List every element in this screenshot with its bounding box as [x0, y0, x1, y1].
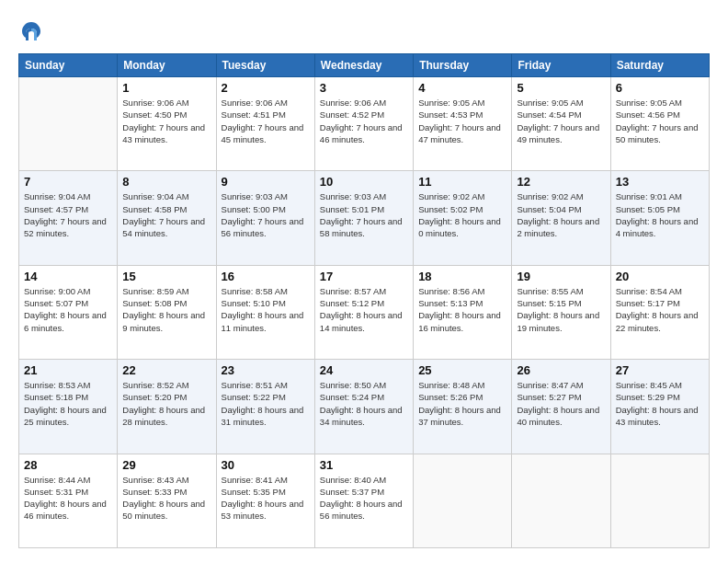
- day-number: 25: [418, 363, 506, 377]
- day-number: 3: [320, 81, 408, 95]
- day-cell: 11Sunrise: 9:02 AMSunset: 5:02 PMDayligh…: [414, 171, 512, 265]
- day-info: Sunrise: 8:44 AMSunset: 5:31 PMDaylight:…: [24, 474, 112, 523]
- day-cell: 4Sunrise: 9:05 AMSunset: 4:53 PMDaylight…: [414, 77, 512, 171]
- day-cell: 23Sunrise: 8:51 AMSunset: 5:22 PMDayligh…: [216, 360, 314, 454]
- day-number: 30: [222, 458, 310, 472]
- day-info: Sunrise: 8:50 AMSunset: 5:24 PMDaylight:…: [320, 379, 408, 428]
- day-cell: 28Sunrise: 8:44 AMSunset: 5:31 PMDayligh…: [19, 454, 118, 547]
- day-header-tuesday: Tuesday: [216, 54, 314, 77]
- day-cell: 18Sunrise: 8:56 AMSunset: 5:13 PMDayligh…: [414, 265, 512, 359]
- day-number: 29: [122, 458, 210, 472]
- day-header-monday: Monday: [118, 54, 216, 77]
- day-cell: 27Sunrise: 8:45 AMSunset: 5:29 PMDayligh…: [610, 360, 709, 454]
- day-number: 10: [320, 175, 408, 189]
- day-number: 27: [616, 363, 704, 377]
- day-number: 1: [122, 81, 210, 95]
- page: SundayMondayTuesdayWednesdayThursdayFrid…: [0, 0, 728, 563]
- day-number: 17: [320, 270, 408, 283]
- header-row: SundayMondayTuesdayWednesdayThursdayFrid…: [19, 54, 710, 77]
- logo-icon: [18, 18, 44, 44]
- calendar-table: SundayMondayTuesdayWednesdayThursdayFrid…: [18, 53, 710, 548]
- day-cell: 17Sunrise: 8:57 AMSunset: 5:12 PMDayligh…: [314, 265, 413, 359]
- day-info: Sunrise: 9:06 AMSunset: 4:51 PMDaylight:…: [222, 97, 310, 145]
- day-header-saturday: Saturday: [610, 54, 709, 77]
- day-cell: 1Sunrise: 9:06 AMSunset: 4:50 PMDaylight…: [118, 77, 216, 171]
- day-info: Sunrise: 9:05 AMSunset: 4:54 PMDaylight:…: [517, 97, 605, 145]
- day-cell: 3Sunrise: 9:06 AMSunset: 4:52 PMDaylight…: [314, 77, 413, 171]
- day-cell: 19Sunrise: 8:55 AMSunset: 5:15 PMDayligh…: [512, 265, 610, 359]
- day-cell: 24Sunrise: 8:50 AMSunset: 5:24 PMDayligh…: [314, 360, 413, 454]
- logo: [18, 18, 48, 44]
- day-info: Sunrise: 8:56 AMSunset: 5:13 PMDaylight:…: [418, 285, 506, 334]
- day-info: Sunrise: 8:53 AMSunset: 5:18 PMDaylight:…: [24, 379, 112, 428]
- day-cell: 5Sunrise: 9:05 AMSunset: 4:54 PMDaylight…: [512, 77, 610, 171]
- day-header-friday: Friday: [512, 54, 610, 77]
- day-cell: [414, 454, 512, 547]
- day-number: 23: [222, 363, 310, 377]
- day-cell: 7Sunrise: 9:04 AMSunset: 4:57 PMDaylight…: [19, 171, 118, 265]
- day-number: 14: [24, 270, 112, 283]
- day-number: 9: [222, 175, 310, 189]
- day-info: Sunrise: 8:41 AMSunset: 5:35 PMDaylight:…: [222, 474, 310, 523]
- day-number: 15: [122, 270, 210, 283]
- day-cell: 8Sunrise: 9:04 AMSunset: 4:58 PMDaylight…: [118, 171, 216, 265]
- day-number: 19: [517, 270, 605, 283]
- day-header-wednesday: Wednesday: [314, 54, 413, 77]
- day-cell: [610, 454, 709, 547]
- day-number: 18: [418, 270, 506, 283]
- day-number: 24: [320, 363, 408, 377]
- day-header-thursday: Thursday: [414, 54, 512, 77]
- day-cell: 31Sunrise: 8:40 AMSunset: 5:37 PMDayligh…: [314, 454, 413, 547]
- week-row-2: 7Sunrise: 9:04 AMSunset: 4:57 PMDaylight…: [19, 171, 710, 265]
- day-info: Sunrise: 8:43 AMSunset: 5:33 PMDaylight:…: [122, 474, 210, 523]
- day-number: 5: [517, 81, 605, 95]
- day-cell: 26Sunrise: 8:47 AMSunset: 5:27 PMDayligh…: [512, 360, 610, 454]
- week-row-5: 28Sunrise: 8:44 AMSunset: 5:31 PMDayligh…: [19, 454, 710, 547]
- day-cell: 20Sunrise: 8:54 AMSunset: 5:17 PMDayligh…: [610, 265, 709, 359]
- day-info: Sunrise: 8:54 AMSunset: 5:17 PMDaylight:…: [616, 285, 704, 334]
- week-row-3: 14Sunrise: 9:00 AMSunset: 5:07 PMDayligh…: [19, 265, 710, 359]
- day-info: Sunrise: 9:02 AMSunset: 5:02 PMDaylight:…: [418, 190, 506, 239]
- day-number: 2: [222, 81, 310, 95]
- day-number: 31: [320, 458, 408, 472]
- day-info: Sunrise: 9:06 AMSunset: 4:52 PMDaylight:…: [320, 97, 408, 145]
- day-info: Sunrise: 8:47 AMSunset: 5:27 PMDaylight:…: [517, 379, 605, 428]
- day-info: Sunrise: 9:01 AMSunset: 5:05 PMDaylight:…: [616, 190, 704, 239]
- day-cell: 10Sunrise: 9:03 AMSunset: 5:01 PMDayligh…: [314, 171, 413, 265]
- day-info: Sunrise: 9:00 AMSunset: 5:07 PMDaylight:…: [24, 285, 112, 334]
- header: [18, 15, 710, 44]
- day-number: 7: [24, 175, 112, 189]
- day-info: Sunrise: 8:48 AMSunset: 5:26 PMDaylight:…: [418, 379, 506, 428]
- day-info: Sunrise: 8:51 AMSunset: 5:22 PMDaylight:…: [222, 379, 310, 428]
- day-number: 6: [616, 81, 704, 95]
- day-cell: 6Sunrise: 9:05 AMSunset: 4:56 PMDaylight…: [610, 77, 709, 171]
- day-info: Sunrise: 8:40 AMSunset: 5:37 PMDaylight:…: [320, 474, 408, 523]
- day-cell: 12Sunrise: 9:02 AMSunset: 5:04 PMDayligh…: [512, 171, 610, 265]
- day-number: 26: [517, 363, 605, 377]
- day-cell: 16Sunrise: 8:58 AMSunset: 5:10 PMDayligh…: [216, 265, 314, 359]
- day-number: 20: [616, 270, 704, 283]
- day-number: 13: [616, 175, 704, 189]
- day-cell: 22Sunrise: 8:52 AMSunset: 5:20 PMDayligh…: [118, 360, 216, 454]
- day-info: Sunrise: 8:52 AMSunset: 5:20 PMDaylight:…: [122, 379, 210, 428]
- day-number: 8: [122, 175, 210, 189]
- day-number: 12: [517, 175, 605, 189]
- day-info: Sunrise: 8:57 AMSunset: 5:12 PMDaylight:…: [320, 285, 408, 334]
- day-info: Sunrise: 9:03 AMSunset: 5:00 PMDaylight:…: [222, 190, 310, 239]
- day-cell: 15Sunrise: 8:59 AMSunset: 5:08 PMDayligh…: [118, 265, 216, 359]
- day-number: 28: [24, 458, 112, 472]
- day-info: Sunrise: 8:58 AMSunset: 5:10 PMDaylight:…: [222, 285, 310, 334]
- day-info: Sunrise: 9:05 AMSunset: 4:53 PMDaylight:…: [418, 97, 506, 145]
- day-info: Sunrise: 9:06 AMSunset: 4:50 PMDaylight:…: [122, 97, 210, 145]
- day-info: Sunrise: 9:03 AMSunset: 5:01 PMDaylight:…: [320, 190, 408, 239]
- day-cell: [512, 454, 610, 547]
- day-cell: 21Sunrise: 8:53 AMSunset: 5:18 PMDayligh…: [19, 360, 118, 454]
- day-cell: 13Sunrise: 9:01 AMSunset: 5:05 PMDayligh…: [610, 171, 709, 265]
- week-row-4: 21Sunrise: 8:53 AMSunset: 5:18 PMDayligh…: [19, 360, 710, 454]
- day-cell: [19, 77, 118, 171]
- day-cell: 2Sunrise: 9:06 AMSunset: 4:51 PMDaylight…: [216, 77, 314, 171]
- day-info: Sunrise: 8:55 AMSunset: 5:15 PMDaylight:…: [517, 285, 605, 334]
- day-number: 11: [418, 175, 506, 189]
- day-cell: 30Sunrise: 8:41 AMSunset: 5:35 PMDayligh…: [216, 454, 314, 547]
- day-cell: 29Sunrise: 8:43 AMSunset: 5:33 PMDayligh…: [118, 454, 216, 547]
